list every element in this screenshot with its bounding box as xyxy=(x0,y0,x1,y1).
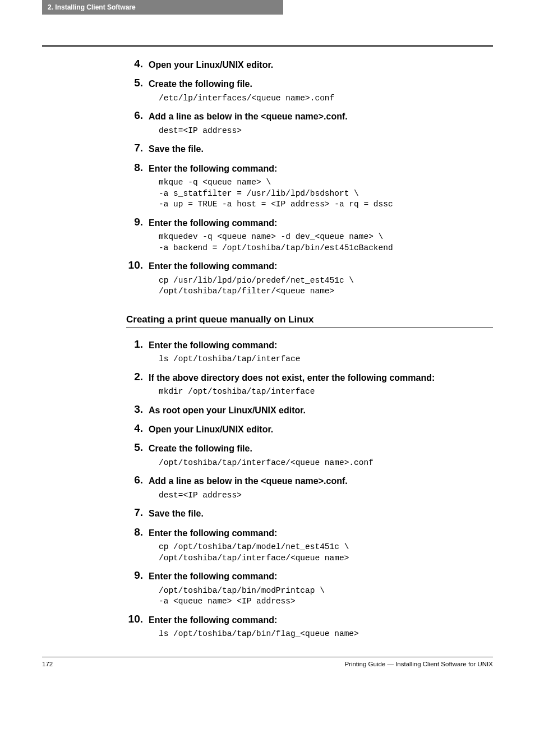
step-code: /etc/lp/interfaces/<queue name>.conf xyxy=(159,93,493,104)
step-body: Add a line as below in the <queue name>.… xyxy=(149,474,493,501)
step-body: Enter the following command:cp /opt/tosh… xyxy=(149,526,493,564)
step-number: 1. xyxy=(126,338,149,365)
step-body: Enter the following command:cp /usr/lib/… xyxy=(149,259,493,297)
step-code: cp /usr/lib/lpd/pio/predef/net_est451c \… xyxy=(159,275,493,297)
step: 5.Create the following file./etc/lp/inte… xyxy=(126,77,493,104)
section-b-steps: 1.Enter the following command:ls /opt/to… xyxy=(126,338,493,640)
step-body: Enter the following command:mkquedev -q … xyxy=(149,216,493,254)
footer-right: Printing Guide — Installing Client Softw… xyxy=(344,661,493,667)
step: 4.Open your Linux/UNIX editor. xyxy=(126,422,493,436)
step-number: 5. xyxy=(126,77,149,104)
step: 10.Enter the following command:ls /opt/t… xyxy=(126,613,493,640)
step-number: 7. xyxy=(126,142,149,155)
step: 8.Enter the following command:mkque -q <… xyxy=(126,162,493,210)
step-number: 5. xyxy=(126,441,149,468)
step-body: Open your Linux/UNIX editor. xyxy=(149,58,493,71)
step-number: 9. xyxy=(126,216,149,254)
step-code: /opt/toshiba/tap/bin/modPrintcap \ -a <q… xyxy=(159,586,493,607)
step-code: cp /opt/toshiba/tap/model/net_est451c \ … xyxy=(159,542,493,564)
section-a-steps: 4.Open your Linux/UNIX editor.5.Create t… xyxy=(126,58,493,297)
step-title: Create the following file. xyxy=(149,441,493,455)
step-title: Enter the following command: xyxy=(149,569,493,583)
step: 10.Enter the following command:cp /usr/l… xyxy=(126,259,493,297)
step: 6.Add a line as below in the <queue name… xyxy=(126,109,493,136)
step-title: Add a line as below in the <queue name>.… xyxy=(149,109,493,123)
step-body: Save the file. xyxy=(149,142,493,155)
step-title: Enter the following command: xyxy=(149,338,493,352)
step: 7.Save the file. xyxy=(126,142,493,155)
step-number: 6. xyxy=(126,109,149,136)
step-title: If the above directory does not exist, e… xyxy=(149,371,493,384)
step-title: Add a line as below in the <queue name>.… xyxy=(149,474,493,487)
step-number: 9. xyxy=(126,569,149,607)
step: 9.Enter the following command:mkquedev -… xyxy=(126,216,493,254)
step-number: 6. xyxy=(126,474,149,501)
step-body: Save the file. xyxy=(149,506,493,520)
step-title: Open your Linux/UNIX editor. xyxy=(149,58,493,71)
step-number: 10. xyxy=(126,613,149,640)
step: 9.Enter the following command:/opt/toshi… xyxy=(126,569,493,607)
step: 4.Open your Linux/UNIX editor. xyxy=(126,58,493,71)
step-title: Enter the following command: xyxy=(149,613,493,626)
step-title: Open your Linux/UNIX editor. xyxy=(149,422,493,436)
step-number: 3. xyxy=(126,403,149,417)
step-body: Enter the following command:mkque -q <qu… xyxy=(149,162,493,210)
step-body: Open your Linux/UNIX editor. xyxy=(149,422,493,436)
step-title: Save the file. xyxy=(149,506,493,520)
step-body: Enter the following command:/opt/toshiba… xyxy=(149,569,493,607)
step-title: Enter the following command: xyxy=(149,259,493,273)
step-number: 2. xyxy=(126,371,149,398)
step-code: mkdir /opt/toshiba/tap/interface xyxy=(159,386,493,398)
step-code: /opt/toshiba/tap/interface/<queue name>.… xyxy=(159,458,493,469)
step-number: 8. xyxy=(126,162,149,210)
step: 1.Enter the following command:ls /opt/to… xyxy=(126,338,493,365)
step-number: 7. xyxy=(126,506,149,520)
step-number: 4. xyxy=(126,422,149,436)
step-code: ls /opt/toshiba/tap/interface xyxy=(159,354,493,365)
step: 3.As root open your Linux/UNIX editor. xyxy=(126,403,493,417)
header-tab: 2. Installing Client Software xyxy=(42,0,283,15)
step-code: dest=<IP address> xyxy=(159,490,493,501)
step-title: Save the file. xyxy=(149,142,493,155)
step: 5.Create the following file./opt/toshiba… xyxy=(126,441,493,468)
step: 7.Save the file. xyxy=(126,506,493,520)
step-number: 10. xyxy=(126,259,149,297)
section-heading: Creating a print queue manually on Linux xyxy=(126,314,493,328)
step-number: 4. xyxy=(126,58,149,71)
step-body: Create the following file./opt/toshiba/t… xyxy=(149,441,493,468)
step-body: As root open your Linux/UNIX editor. xyxy=(149,403,493,417)
step-title: Enter the following command: xyxy=(149,526,493,540)
step-body: Add a line as below in the <queue name>.… xyxy=(149,109,493,136)
step-title: As root open your Linux/UNIX editor. xyxy=(149,403,493,417)
footer: 172 Printing Guide — Installing Client S… xyxy=(42,657,493,681)
step-code: ls /opt/toshiba/tap/bin/flag_<queue name… xyxy=(159,629,493,640)
step-code: dest=<IP address> xyxy=(159,126,493,137)
page-number: 172 xyxy=(42,661,53,667)
step-title: Enter the following command: xyxy=(149,162,493,175)
step-body: If the above directory does not exist, e… xyxy=(149,371,493,398)
step: 8.Enter the following command:cp /opt/to… xyxy=(126,526,493,564)
step-body: Enter the following command:ls /opt/tosh… xyxy=(149,613,493,640)
step: 6.Add a line as below in the <queue name… xyxy=(126,474,493,501)
step-code: mkquedev -q <queue name> -d dev_<queue n… xyxy=(159,232,493,253)
top-rule xyxy=(42,45,493,47)
step-number: 8. xyxy=(126,526,149,564)
step: 2.If the above directory does not exist,… xyxy=(126,371,493,398)
step-body: Enter the following command:ls /opt/tosh… xyxy=(149,338,493,365)
step-code: mkque -q <queue name> \ -a s_statfilter … xyxy=(159,177,493,210)
step-body: Create the following file./etc/lp/interf… xyxy=(149,77,493,104)
step-title: Create the following file. xyxy=(149,77,493,90)
step-title: Enter the following command: xyxy=(149,216,493,229)
